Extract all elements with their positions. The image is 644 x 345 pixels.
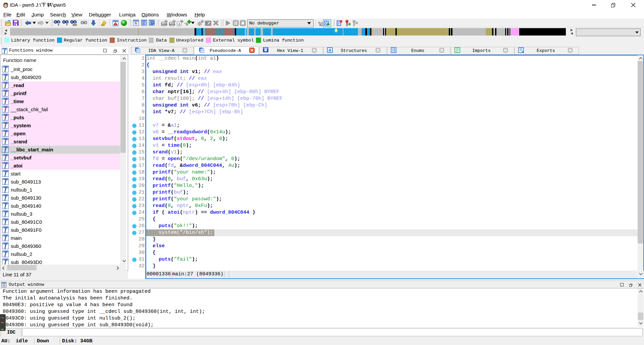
svg-text:T: T — [66, 23, 68, 26]
svg-text:101: 101 — [72, 23, 77, 26]
svg-text:A: A — [178, 22, 180, 26]
svg-text:C: C — [320, 23, 322, 26]
svg-text:R: R — [143, 22, 144, 25]
svg-text:A: A — [329, 48, 331, 52]
svg-text:#: # — [58, 23, 59, 26]
svg-text:CODE: CODE — [161, 23, 167, 26]
svg-text:C: C — [325, 21, 327, 25]
svg-text:DATA: DATA — [169, 23, 175, 26]
